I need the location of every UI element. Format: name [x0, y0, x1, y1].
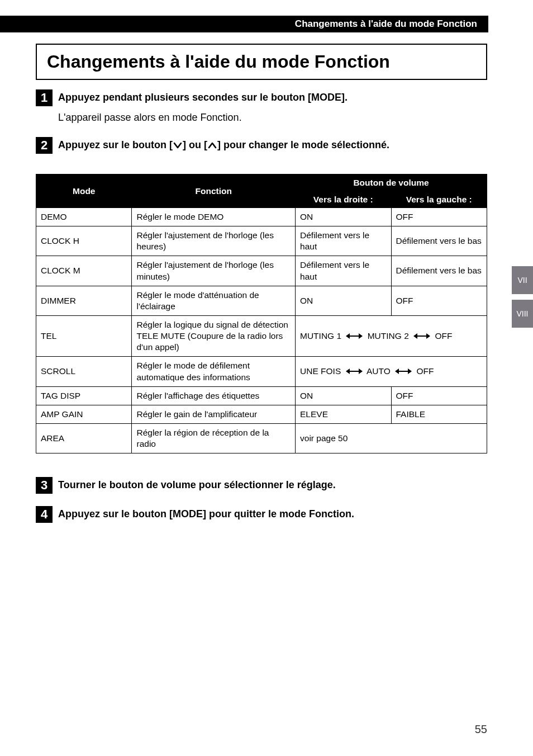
th-fn: Fonction	[132, 174, 296, 208]
svg-marker-11	[408, 368, 412, 374]
step-4: 4 Appuyez sur le bouton [MODE] pour quit…	[36, 506, 487, 523]
step-1-title: Appuyez pendant plusieurs secondes sur l…	[58, 89, 348, 104]
cell-fn: Régler la logique du signal de détection…	[132, 315, 296, 356]
cell-seq: UNE FOIS AUTO OFF	[296, 357, 487, 386]
step-number: 4	[36, 506, 53, 523]
side-tab-vii: VII	[512, 266, 533, 294]
double-arrow-icon	[395, 366, 412, 377]
table-row: AREA Régler la région de réception de la…	[36, 423, 487, 453]
step-3: 3 Tourner le bouton de volume pour sélec…	[36, 477, 487, 494]
table-row: CLOCK M Régler l'ajustement de l'horloge…	[36, 256, 487, 286]
breadcrumb-text: Changements à l'aide du mode Fonction	[295, 18, 477, 30]
cell-fn: Régler l'ajustement de l'horloge (les mi…	[132, 256, 296, 286]
table-row: CLOCK H Régler l'ajustement de l'horloge…	[36, 226, 487, 256]
cell-fn: Régler l'ajustement de l'horloge (les he…	[132, 226, 296, 256]
th-vol: Bouton de volume	[296, 174, 487, 192]
seq-part: UNE FOIS	[300, 366, 341, 376]
step-2-title-part: Appuyez sur le bouton [	[58, 139, 173, 150]
cell-mode: CLOCK M	[36, 256, 132, 286]
step-1-body: L'appareil passe alors en mode Fonction.	[58, 112, 487, 124]
function-mode-table: Mode Fonction Bouton de volume Vers la d…	[36, 174, 487, 453]
seq-part: OFF	[435, 331, 452, 341]
cell-mode: TEL	[36, 315, 132, 356]
cell-fn: Régler le gain de l'amplificateur	[132, 405, 296, 423]
cell-seq: MUTING 1 MUTING 2 OFF	[296, 315, 487, 356]
th-right: Vers la droite :	[296, 192, 391, 208]
cell-right: ON	[296, 386, 391, 405]
table-row: SCROLL Régler le mode de défilement auto…	[36, 357, 487, 386]
cell-left: OFF	[391, 386, 487, 405]
side-tab-viii: VIII	[512, 300, 533, 328]
table-row: DIMMER Régler le mode d'atténuation de l…	[36, 286, 487, 315]
svg-marker-1	[346, 333, 350, 339]
th-left: Vers la gauche :	[391, 192, 487, 208]
cell-left: OFF	[391, 286, 487, 315]
cell-left: Défilement vers le bas	[391, 226, 487, 256]
th-mode: Mode	[36, 174, 132, 208]
cell-fn: Régler le mode DEMO	[132, 208, 296, 226]
step-2-title: Appuyez sur le bouton [] ou [] pour chan…	[58, 137, 389, 152]
cell-left: OFF	[391, 208, 487, 226]
cell-fn: Régler le mode d'atténuation de l'éclair…	[132, 286, 296, 315]
cell-merged: voir page 50	[296, 423, 487, 453]
cell-fn: Régler l'affichage des étiquettes	[132, 386, 296, 405]
step-3-title: Tourner le bouton de volume pour sélecti…	[58, 477, 336, 492]
page-title: Changements à l'aide du mode Fonction	[36, 44, 487, 80]
svg-marker-4	[413, 333, 417, 339]
step-4-title: Appuyez sur le bouton [MODE] pour quitte…	[58, 506, 354, 521]
cell-right: ON	[296, 208, 391, 226]
step-2-title-part: ] ou [	[183, 139, 207, 150]
step-number: 3	[36, 477, 53, 494]
seq-part: MUTING 1	[300, 331, 341, 341]
step-number: 2	[36, 137, 53, 154]
cell-mode: TAG DISP	[36, 386, 132, 405]
cell-left: FAIBLE	[391, 405, 487, 423]
double-arrow-icon	[413, 331, 430, 342]
cell-mode: DEMO	[36, 208, 132, 226]
chevron-up-icon	[208, 141, 217, 149]
cell-left: Défilement vers le bas	[391, 256, 487, 286]
double-arrow-icon	[346, 331, 363, 342]
step-number: 1	[36, 89, 53, 106]
chevron-down-icon	[173, 141, 182, 149]
header-breadcrumb: Changements à l'aide du mode Fonction	[0, 16, 488, 32]
double-arrow-icon	[346, 366, 363, 377]
seq-part: AUTO	[367, 366, 391, 376]
cell-mode: CLOCK H	[36, 226, 132, 256]
seq-part: OFF	[416, 366, 434, 376]
cell-mode: SCROLL	[36, 357, 132, 386]
page-number: 55	[475, 723, 487, 736]
cell-right: ON	[296, 286, 391, 315]
cell-mode: AMP GAIN	[36, 405, 132, 423]
table-row: TEL Régler la logique du signal de détec…	[36, 315, 487, 356]
cell-right: Défilement vers le haut	[296, 256, 391, 286]
table-row: TAG DISP Régler l'affichage des étiquett…	[36, 386, 487, 405]
cell-fn: Régler la région de réception de la radi…	[132, 423, 296, 453]
svg-marker-10	[395, 368, 399, 374]
step-2: 2 Appuyez sur le bouton [] ou [] pour ch…	[36, 137, 487, 154]
cell-right: ELEVE	[296, 405, 391, 423]
step-1: 1 Appuyez pendant plusieurs secondes sur…	[36, 89, 487, 106]
main-content: 1 Appuyez pendant plusieurs secondes sur…	[36, 89, 487, 527]
svg-marker-7	[346, 368, 350, 374]
table-row: DEMO Régler le mode DEMO ON OFF	[36, 208, 487, 226]
cell-mode: AREA	[36, 423, 132, 453]
svg-marker-8	[359, 368, 363, 374]
cell-fn: Régler le mode de défilement automatique…	[132, 357, 296, 386]
cell-mode: DIMMER	[36, 286, 132, 315]
step-2-title-part: ] pour changer le mode sélectionné.	[217, 139, 389, 150]
cell-right: Défilement vers le haut	[296, 226, 391, 256]
svg-marker-5	[426, 333, 430, 339]
table-row: AMP GAIN Régler le gain de l'amplificate…	[36, 405, 487, 423]
seq-part: MUTING 2	[368, 331, 409, 341]
svg-marker-2	[359, 333, 363, 339]
